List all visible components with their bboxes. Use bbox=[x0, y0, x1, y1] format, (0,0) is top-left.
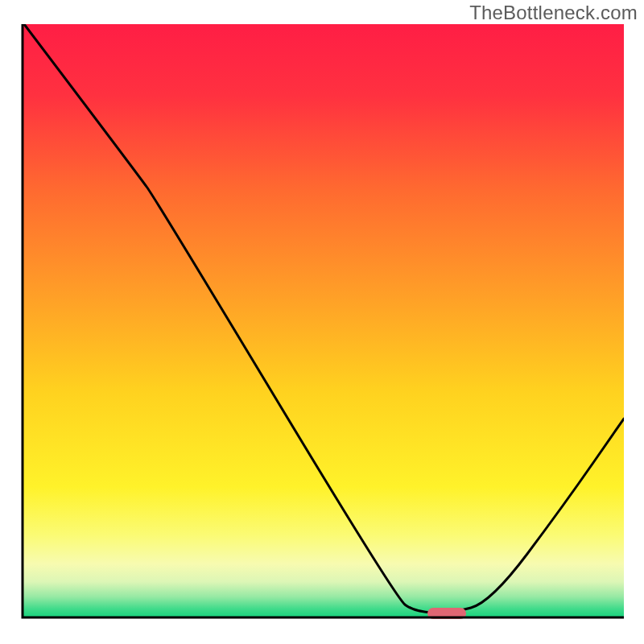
watermark-text: TheBottleneck.com bbox=[469, 2, 638, 24]
bottleneck-chart bbox=[0, 0, 644, 644]
plot-background bbox=[23, 24, 624, 617]
chart-stage: TheBottleneck.com bbox=[0, 0, 644, 644]
